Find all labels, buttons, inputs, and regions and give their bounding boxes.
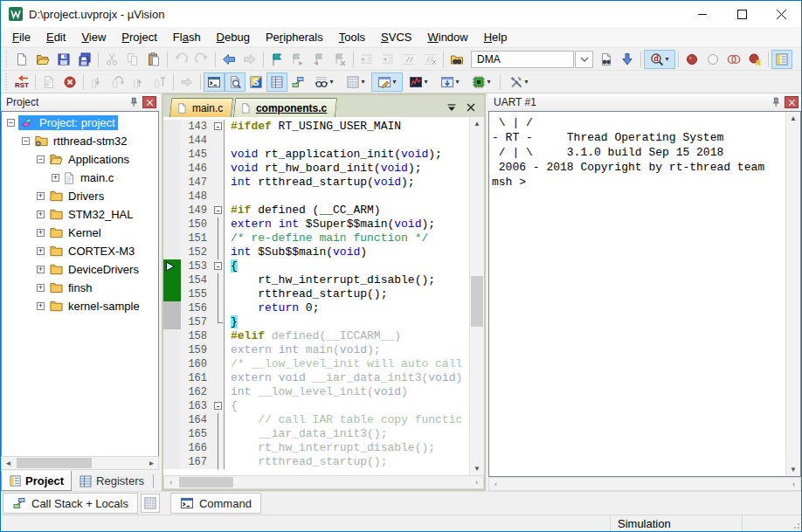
code-line[interactable]: 143-#ifdef RT_USING_USER_MAIN: [163, 120, 469, 134]
menu-flash[interactable]: Flash: [165, 29, 209, 45]
tree-item-rtthread-stm32[interactable]: −rtthread-stm32: [2, 132, 158, 150]
line-number[interactable]: 156: [181, 301, 213, 315]
tab-registers[interactable]: Registers: [72, 471, 151, 491]
call-stack-window-button[interactable]: [287, 73, 308, 92]
uart-panel-close-button[interactable]: [785, 96, 799, 108]
line-number[interactable]: 147: [181, 176, 213, 190]
code-line[interactable]: 149-#if defined (__CC_ARM): [163, 204, 469, 218]
code-line[interactable]: 157}: [163, 315, 469, 329]
editor-margin[interactable]: [163, 176, 181, 190]
editor-margin[interactable]: [163, 427, 181, 441]
editor-margin[interactable]: [163, 120, 181, 134]
reset-cpu-button[interactable]: RST: [11, 73, 32, 92]
navigate-back-button[interactable]: [218, 50, 239, 69]
line-number[interactable]: 151: [181, 231, 213, 245]
editor-margin[interactable]: [163, 413, 181, 427]
lookup-word-button[interactable]: d▾: [644, 50, 675, 69]
fold-collapse-icon[interactable]: -: [214, 402, 222, 410]
fold-column[interactable]: -: [213, 259, 225, 273]
trace-window-button[interactable]: ▾: [434, 73, 466, 92]
menu-peripherals[interactable]: Peripherals: [258, 29, 331, 45]
code-line[interactable]: 153-{: [163, 259, 469, 273]
menu-debug[interactable]: Debug: [209, 29, 258, 45]
tab-components-c[interactable]: components.c: [233, 98, 338, 117]
line-number[interactable]: 149: [181, 204, 213, 218]
search-combo[interactable]: DMA: [471, 51, 574, 68]
tab-call-stack-locals[interactable]: Call Stack + Locals: [3, 493, 138, 514]
incremental-find-button[interactable]: [617, 50, 638, 69]
editor-margin[interactable]: [163, 245, 181, 259]
uart-hscrollbar[interactable]: ‹ ›: [488, 477, 801, 491]
editor-hscrollbar[interactable]: ‹ ›: [163, 475, 484, 489]
insert-breakpoint-button[interactable]: [681, 50, 702, 69]
code-line[interactable]: 159extern int main(void);: [163, 343, 469, 357]
tree-item-project-project[interactable]: −Project: project: [2, 114, 158, 132]
editor-margin[interactable]: [163, 259, 181, 273]
command-window-button[interactable]: [204, 73, 225, 92]
line-number[interactable]: 154: [181, 273, 213, 287]
code-line[interactable]: 156 return 0;: [163, 301, 469, 315]
expander-icon[interactable]: +: [37, 302, 45, 310]
line-number[interactable]: 153: [181, 259, 213, 273]
code-line[interactable]: 165 __iar_data_init3();: [163, 427, 469, 441]
uart-vscrollbar[interactable]: ▲ ▼: [785, 112, 800, 476]
scroll-right-icon[interactable]: ›: [787, 478, 800, 490]
tree-item-cortex-m3[interactable]: +CORTEX-M3: [2, 242, 158, 260]
line-number[interactable]: 159: [181, 343, 213, 357]
analysis-window-button[interactable]: ▾: [403, 73, 434, 92]
expander-icon[interactable]: +: [37, 247, 45, 255]
editor-margin[interactable]: [163, 231, 181, 245]
editor-margin[interactable]: [163, 385, 181, 399]
code-line[interactable]: 148: [163, 190, 469, 204]
toolbar-grip[interactable]: [3, 73, 10, 91]
expander-icon[interactable]: +: [37, 229, 45, 237]
line-number[interactable]: 146: [181, 162, 213, 176]
line-number[interactable]: 157: [181, 315, 213, 329]
menu-help[interactable]: Help: [476, 29, 515, 45]
scroll-up-icon[interactable]: ▲: [470, 117, 484, 130]
scroll-thumb[interactable]: [17, 458, 92, 468]
editor-margin[interactable]: [163, 204, 181, 218]
code-line[interactable]: 155 rtthread_startup();: [163, 287, 469, 301]
fold-collapse-icon[interactable]: -: [214, 122, 222, 130]
toggle-bookmark-button[interactable]: [266, 50, 287, 69]
line-number[interactable]: 143: [181, 120, 213, 134]
line-number[interactable]: 162: [181, 385, 213, 399]
save-file-button[interactable]: [53, 50, 74, 69]
line-number[interactable]: 163: [181, 399, 213, 413]
expander-icon[interactable]: −: [7, 119, 15, 127]
code-editor[interactable]: 143-#ifdef RT_USING_USER_MAIN144145void …: [163, 117, 484, 475]
code-line[interactable]: 152int $Sub$$main(void): [163, 245, 469, 259]
line-number[interactable]: 158: [181, 329, 213, 343]
stop-button[interactable]: [59, 73, 80, 92]
code-line[interactable]: 163-{: [163, 399, 469, 413]
open-file-button[interactable]: [32, 50, 53, 69]
code-line[interactable]: 151/* re-define main function */: [163, 231, 469, 245]
scroll-thumb[interactable]: [471, 276, 483, 327]
menu-project[interactable]: Project: [114, 29, 164, 45]
line-number[interactable]: 164: [181, 413, 213, 427]
find-button[interactable]: [596, 50, 617, 69]
editor-margin[interactable]: [163, 162, 181, 176]
expander-icon[interactable]: +: [37, 192, 45, 200]
memory-window-button[interactable]: ▾: [340, 73, 371, 92]
expander-icon[interactable]: +: [37, 266, 45, 273]
minimize-button[interactable]: [683, 2, 722, 27]
scroll-left-icon[interactable]: ◄: [2, 457, 15, 469]
enable-breakpoint-button[interactable]: [702, 50, 723, 69]
line-number[interactable]: 160: [181, 357, 213, 371]
editor-margin[interactable]: [163, 343, 181, 357]
toolbar-grip[interactable]: [3, 51, 10, 68]
tree-item-kernel[interactable]: +Kernel: [2, 224, 158, 242]
line-number[interactable]: 155: [181, 287, 213, 301]
expander-icon[interactable]: −: [37, 155, 45, 163]
code-line[interactable]: 160/* __low_level_init will auto call: [163, 357, 469, 371]
fold-column[interactable]: -: [213, 204, 225, 218]
editor-margin[interactable]: [163, 287, 181, 301]
editor-margin[interactable]: [163, 301, 181, 315]
line-number[interactable]: 150: [181, 218, 213, 231]
expander-icon[interactable]: +: [37, 284, 45, 292]
resize-grip[interactable]: [788, 517, 800, 529]
code-line[interactable]: 146void rt_hw_board_init(void);: [163, 162, 469, 176]
tree-item-devicedrivers[interactable]: +DeviceDrivers: [2, 260, 158, 279]
